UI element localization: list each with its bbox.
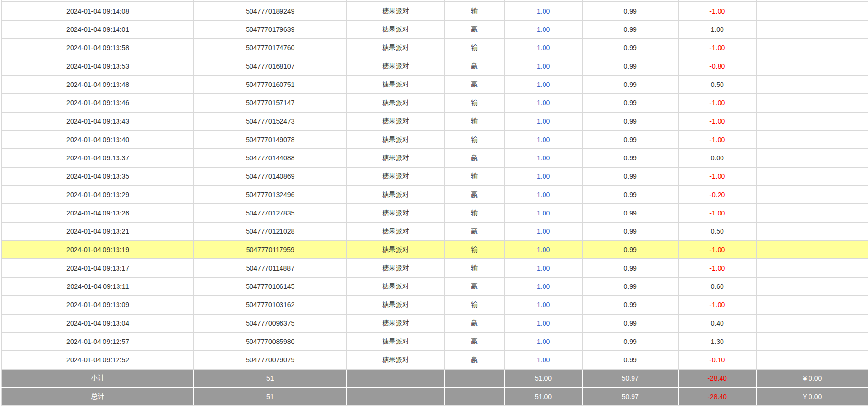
bet-amount-link[interactable]: 1.00 bbox=[537, 209, 550, 217]
table-row: 2024-01-04 09:13:355047770140869糖果派对输1.0… bbox=[2, 167, 868, 186]
bet-amount-link[interactable]: 1.00 bbox=[537, 228, 550, 235]
cell-bet-amount: 1.00 bbox=[505, 186, 582, 204]
bet-amount-link[interactable]: 1.00 bbox=[537, 7, 550, 15]
cell-result: 赢 bbox=[444, 57, 505, 75]
cell-bet-time: 2024-01-04 09:13:48 bbox=[2, 75, 193, 94]
cell-valid-bet: 0.99 bbox=[582, 296, 678, 314]
cell-bet-amount: 1.00 bbox=[505, 130, 582, 149]
total-row: 总计 51 51.00 50.97 -28.40 ¥ 0.00 bbox=[2, 387, 868, 406]
total-result-cell bbox=[444, 387, 505, 406]
cell-result: 赢 bbox=[444, 277, 505, 296]
cell-payout bbox=[756, 57, 868, 75]
cell-result: 赢 bbox=[444, 149, 505, 167]
cell-bet-amount: 1.00 bbox=[505, 112, 582, 130]
table-row: 2024-01-04 09:13:175047770114887糖果派对输1.0… bbox=[2, 259, 868, 277]
cell-bet-time: 2024-01-04 09:13:58 bbox=[2, 39, 193, 57]
cell-valid-bet: 0.99 bbox=[582, 112, 678, 130]
total-label: 总计 bbox=[2, 387, 193, 406]
cell-bet-time: 2024-01-04 09:13:35 bbox=[2, 167, 193, 186]
cell-valid-bet: 0.99 bbox=[582, 241, 678, 259]
cell-bet-time: 2024-01-04 09:12:57 bbox=[2, 332, 193, 351]
cell-game-name: 糖果派对 bbox=[347, 296, 444, 314]
bet-amount-link[interactable]: 1.00 bbox=[537, 246, 550, 254]
cell-bet-time: 2024-01-04 09:13:21 bbox=[2, 222, 193, 241]
cell-bet-time: 2024-01-04 09:13:40 bbox=[2, 130, 193, 149]
cell-net-amount: -0.10 bbox=[678, 351, 756, 369]
cell-order-number: 5047770079079 bbox=[193, 351, 347, 369]
cell-net-amount: -1.00 bbox=[678, 204, 756, 222]
cell-order-number: 5047770144088 bbox=[193, 149, 347, 167]
cell-bet-amount: 1.00 bbox=[505, 2, 582, 20]
bet-amount-link[interactable]: 1.00 bbox=[537, 154, 550, 162]
cell-bet-amount: 1.00 bbox=[505, 75, 582, 94]
cell-valid-bet: 0.99 bbox=[582, 186, 678, 204]
cell-bet-time: 2024-01-04 09:14:01 bbox=[2, 20, 193, 39]
table-row: 2024-01-04 09:13:375047770144088糖果派对赢1.0… bbox=[2, 149, 868, 167]
cell-game-name: 糖果派对 bbox=[347, 130, 444, 149]
bet-amount-link[interactable]: 1.00 bbox=[537, 191, 550, 199]
cell-net-amount: -1.00 bbox=[678, 167, 756, 186]
cell-order-number: 5047770174760 bbox=[193, 39, 347, 57]
cell-net-amount: -1.00 bbox=[678, 296, 756, 314]
total-payout: ¥ 0.00 bbox=[756, 387, 868, 406]
cell-valid-bet: 0.99 bbox=[582, 277, 678, 296]
cell-bet-amount: 1.00 bbox=[505, 94, 582, 112]
cell-payout bbox=[756, 94, 868, 112]
bet-amount-link[interactable]: 1.00 bbox=[537, 136, 550, 143]
bet-amount-link[interactable]: 1.00 bbox=[537, 338, 550, 345]
bet-amount-link[interactable]: 1.00 bbox=[537, 62, 550, 70]
table-row: 2024-01-04 09:13:265047770127835糖果派对输1.0… bbox=[2, 204, 868, 222]
bet-amount-link[interactable]: 1.00 bbox=[537, 283, 550, 290]
cell-payout bbox=[756, 75, 868, 94]
cell-net-amount: -1.00 bbox=[678, 130, 756, 149]
cell-order-number: 5047770179639 bbox=[193, 20, 347, 39]
cell-bet-time: 2024-01-04 09:13:11 bbox=[2, 277, 193, 296]
subtotal-net-amount: -28.40 bbox=[678, 369, 756, 387]
cell-result: 输 bbox=[444, 94, 505, 112]
subtotal-bet-count: 51 bbox=[193, 369, 347, 387]
cell-result: 赢 bbox=[444, 332, 505, 351]
records-body: 2024-01-04 09:14:085047770189249糖果派对输1.0… bbox=[2, 2, 868, 369]
cell-order-number: 5047770152473 bbox=[193, 112, 347, 130]
cell-bet-time: 2024-01-04 09:14:08 bbox=[2, 2, 193, 20]
bet-amount-link[interactable]: 1.00 bbox=[537, 301, 550, 309]
cell-net-amount: 0.60 bbox=[678, 277, 756, 296]
cell-payout bbox=[756, 332, 868, 351]
bet-amount-link[interactable]: 1.00 bbox=[537, 117, 550, 125]
bet-amount-link[interactable]: 1.00 bbox=[537, 99, 550, 107]
bet-amount-link[interactable]: 1.00 bbox=[537, 319, 550, 327]
cell-game-name: 糖果派对 bbox=[347, 94, 444, 112]
cell-order-number: 5047770149078 bbox=[193, 130, 347, 149]
bet-amount-link[interactable]: 1.00 bbox=[537, 81, 550, 88]
cell-payout bbox=[756, 149, 868, 167]
bet-amount-link[interactable]: 1.00 bbox=[537, 264, 550, 272]
cell-bet-time: 2024-01-04 09:13:29 bbox=[2, 186, 193, 204]
cell-bet-time: 2024-01-04 09:13:04 bbox=[2, 314, 193, 332]
table-row: 2024-01-04 09:13:465047770157147糖果派对输1.0… bbox=[2, 94, 868, 112]
cell-bet-amount: 1.00 bbox=[505, 39, 582, 57]
cell-game-name: 糖果派对 bbox=[347, 314, 444, 332]
cell-game-name: 糖果派对 bbox=[347, 112, 444, 130]
cell-order-number: 5047770132496 bbox=[193, 186, 347, 204]
cell-game-name: 糖果派对 bbox=[347, 259, 444, 277]
bet-amount-link[interactable]: 1.00 bbox=[537, 44, 550, 52]
cell-bet-amount: 1.00 bbox=[505, 351, 582, 369]
bet-amount-link[interactable]: 1.00 bbox=[537, 172, 550, 180]
cell-game-name: 糖果派对 bbox=[347, 39, 444, 57]
cell-payout bbox=[756, 351, 868, 369]
cell-order-number: 5047770160751 bbox=[193, 75, 347, 94]
cell-payout bbox=[756, 20, 868, 39]
cell-valid-bet: 0.99 bbox=[582, 149, 678, 167]
cell-valid-bet: 0.99 bbox=[582, 39, 678, 57]
cell-game-name: 糖果派对 bbox=[347, 332, 444, 351]
cell-bet-time: 2024-01-04 09:12:52 bbox=[2, 351, 193, 369]
total-bet-amount: 51.00 bbox=[505, 387, 582, 406]
cell-net-amount: -1.00 bbox=[678, 94, 756, 112]
bet-amount-link[interactable]: 1.00 bbox=[537, 356, 550, 364]
cell-order-number: 5047770189249 bbox=[193, 2, 347, 20]
cell-game-name: 糖果派对 bbox=[347, 20, 444, 39]
cell-order-number: 5047770114887 bbox=[193, 259, 347, 277]
table-row: 2024-01-04 09:13:215047770121028糖果派对赢1.0… bbox=[2, 222, 868, 241]
bet-amount-link[interactable]: 1.00 bbox=[537, 26, 550, 33]
cell-bet-amount: 1.00 bbox=[505, 314, 582, 332]
